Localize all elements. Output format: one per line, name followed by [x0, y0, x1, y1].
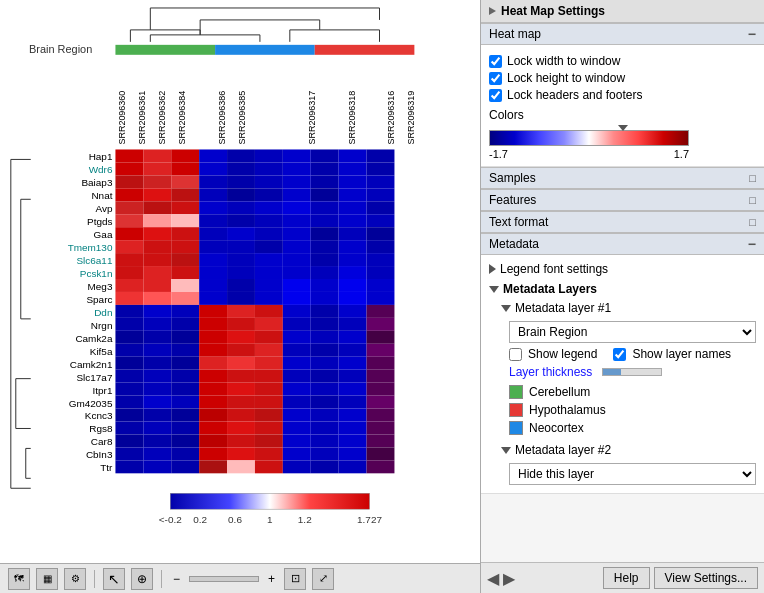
svg-rect-141 [115, 279, 143, 292]
svg-rect-122 [143, 253, 171, 266]
samples-section-header[interactable]: Samples □ [481, 167, 764, 189]
svg-rect-61 [115, 175, 143, 188]
metadata-layer1-container: Metadata layer #1 Brain Region Show lege… [497, 299, 756, 437]
svg-text:Gaa: Gaa [94, 229, 113, 240]
table-icon[interactable]: ▦ [36, 568, 58, 590]
svg-rect-53 [171, 162, 199, 175]
bottom-toolbar: 🗺 ▦ ⚙ ↖ ⊕ − + ⊡ ⤢ [0, 563, 480, 593]
svg-rect-266 [255, 434, 283, 447]
nav-back-icon[interactable]: ◀ [487, 569, 499, 588]
svg-rect-279 [339, 447, 367, 460]
svg-rect-177 [283, 318, 311, 331]
svg-text:SRR2096316: SRR2096316 [386, 91, 396, 145]
zoom-minus[interactable]: − [170, 572, 183, 586]
svg-rect-131 [115, 266, 143, 279]
svg-rect-82 [143, 201, 171, 214]
svg-text:Tmem130: Tmem130 [68, 242, 113, 253]
toolbar-separator-2 [161, 570, 162, 588]
metadata-minimize-icon[interactable]: − [748, 237, 756, 251]
svg-rect-104 [199, 227, 227, 240]
zoom-tool[interactable]: ⊕ [131, 568, 153, 590]
svg-rect-64 [199, 175, 227, 188]
show-layer-names-checkbox[interactable] [613, 348, 626, 361]
svg-rect-214 [199, 370, 227, 383]
svg-rect-96 [255, 214, 283, 227]
features-expand-icon[interactable]: □ [749, 194, 756, 206]
heatmap-minimize-icon[interactable]: − [748, 27, 756, 41]
samples-expand-icon[interactable]: □ [749, 172, 756, 184]
show-legend-label: Show legend [528, 347, 597, 361]
legend-color-neocortex [509, 421, 523, 435]
svg-rect-269 [339, 434, 367, 447]
color-gradient-bar[interactable] [489, 130, 689, 146]
hide-layer-dropdown[interactable]: Hide this layer [509, 463, 756, 485]
svg-rect-50 [367, 149, 395, 162]
panel-header: Heat Map Settings [481, 0, 764, 23]
svg-rect-230 [367, 383, 395, 396]
show-legend-row: Show legend Show layer names [509, 347, 756, 361]
map-icon[interactable]: 🗺 [8, 568, 30, 590]
legend-items: Cerebellum Hypothalamus Neocortex [509, 383, 756, 437]
fit-icon[interactable]: ⊡ [284, 568, 306, 590]
svg-rect-218 [311, 370, 339, 383]
svg-rect-103 [171, 227, 199, 240]
svg-rect-95 [227, 214, 255, 227]
svg-rect-60 [367, 162, 395, 175]
metadata-layers-header[interactable]: Metadata Layers [485, 279, 756, 299]
svg-rect-54 [199, 162, 227, 175]
metadata-layer2-header[interactable]: Metadata layer #2 [497, 441, 756, 459]
svg-rect-139 [339, 266, 367, 279]
legend-font-header[interactable]: Legend font settings [485, 259, 756, 279]
svg-rect-29 [315, 45, 415, 55]
svg-rect-284 [199, 460, 227, 473]
svg-rect-216 [255, 370, 283, 383]
svg-rect-163 [171, 305, 199, 318]
zoom-slider-track[interactable] [189, 576, 259, 582]
svg-rect-89 [339, 201, 367, 214]
svg-rect-179 [339, 318, 367, 331]
svg-rect-97 [283, 214, 311, 227]
metadata-section-header[interactable]: Metadata − [481, 233, 764, 255]
show-legend-checkbox[interactable] [509, 348, 522, 361]
svg-rect-234 [199, 396, 227, 409]
cursor-tool[interactable]: ↖ [103, 568, 125, 590]
layer2-content: Hide this layer [509, 463, 756, 485]
thickness-track[interactable] [602, 368, 662, 376]
svg-rect-160 [367, 292, 395, 305]
svg-rect-42 [143, 149, 171, 162]
lock-headers-checkbox[interactable] [489, 89, 502, 102]
svg-rect-156 [255, 292, 283, 305]
features-section-header[interactable]: Features □ [481, 189, 764, 211]
nav-forward-icon[interactable]: ▶ [503, 569, 515, 588]
expand-icon[interactable]: ⤢ [312, 568, 334, 590]
svg-rect-223 [171, 383, 199, 396]
svg-rect-126 [255, 253, 283, 266]
svg-rect-115 [227, 240, 255, 253]
svg-rect-196 [255, 344, 283, 357]
svg-rect-245 [227, 409, 255, 422]
brain-region-dropdown[interactable]: Brain Region [509, 321, 756, 343]
svg-text:1: 1 [267, 514, 273, 525]
zoom-plus[interactable]: + [265, 572, 278, 586]
color-range-labels: -1.7 1.7 [489, 148, 689, 160]
metadata-layer1-header[interactable]: Metadata layer #1 [497, 299, 756, 317]
svg-rect-165 [227, 305, 255, 318]
svg-rect-123 [171, 253, 199, 266]
svg-rect-261 [115, 434, 143, 447]
svg-rect-195 [227, 344, 255, 357]
text-format-section-header[interactable]: Text format □ [481, 211, 764, 233]
view-settings-button[interactable]: View Settings... [654, 567, 759, 589]
svg-rect-184 [199, 331, 227, 344]
text-format-expand-icon[interactable]: □ [749, 216, 756, 228]
svg-rect-202 [143, 357, 171, 370]
svg-rect-178 [311, 318, 339, 331]
settings-icon[interactable]: ⚙ [64, 568, 86, 590]
svg-rect-167 [283, 305, 311, 318]
help-button[interactable]: Help [603, 567, 650, 589]
lock-width-checkbox[interactable] [489, 55, 502, 68]
lock-height-checkbox[interactable] [489, 72, 502, 85]
heatmap-section-header[interactable]: Heat map − [481, 23, 764, 45]
svg-rect-147 [283, 279, 311, 292]
svg-text:Slc17a7: Slc17a7 [76, 372, 112, 383]
svg-text:Baiap3: Baiap3 [81, 177, 112, 188]
